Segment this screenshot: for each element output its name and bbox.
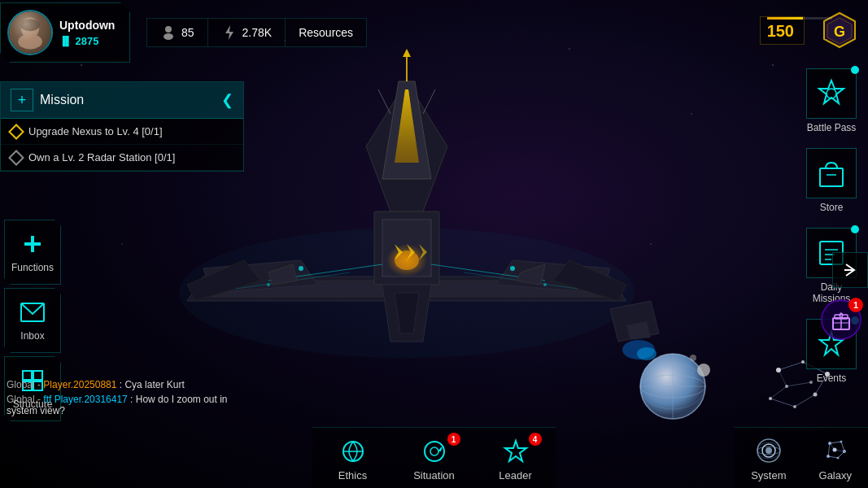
avatar <box>7 10 53 55</box>
svg-point-97 <box>425 442 444 461</box>
person-icon <box>160 24 177 41</box>
store-button[interactable]: Store <box>799 143 864 218</box>
gift-button[interactable]: 1 <box>821 299 861 340</box>
currency-hex-icon[interactable]: G <box>819 10 860 50</box>
system-button[interactable]: System <box>735 427 802 488</box>
currency-amount: 150 <box>767 22 794 41</box>
svg-line-32 <box>378 89 390 114</box>
svg-rect-59 <box>820 168 843 186</box>
svg-line-91 <box>770 399 795 407</box>
store-icon-wrap <box>806 148 857 198</box>
svg-marker-98 <box>505 441 526 461</box>
svg-point-77 <box>697 364 710 377</box>
player-level-display: ▐▌ 2875 <box>59 35 115 47</box>
events-label: Events <box>817 373 847 384</box>
svg-rect-70 <box>835 315 848 319</box>
svg-line-114 <box>828 443 830 456</box>
svg-point-78 <box>690 355 696 361</box>
right-panel: Battle Pass Store Daily Missions <box>795 57 868 395</box>
chat-text-1: : Cya later Kurt <box>116 379 184 390</box>
person-stat: 85 <box>147 19 208 46</box>
player-info: Uptodown ▐▌ 2875 <box>59 19 115 47</box>
galaxy-icon <box>819 434 852 466</box>
svg-point-103 <box>765 447 772 454</box>
stats-bar: 85 2.78K Resources <box>146 18 367 47</box>
functions-button[interactable]: Functions <box>4 220 61 285</box>
svg-line-92 <box>770 386 787 399</box>
chat-player-2: ftf Player.20316417 <box>43 394 127 405</box>
chat-line-1: Global - Player.20250881 : Cya later Kur… <box>7 379 254 390</box>
ethics-label: Ethics <box>338 469 367 481</box>
svg-line-113 <box>828 456 838 458</box>
svg-point-43 <box>33 26 36 30</box>
svg-point-39 <box>21 17 39 38</box>
player-name: Uptodown <box>59 19 115 32</box>
svg-line-111 <box>841 442 844 451</box>
svg-line-115 <box>830 443 835 450</box>
bottom-right: System Galaxy <box>735 427 868 488</box>
left-sidebar: Functions Inbox Structure <box>0 81 65 425</box>
chat-player-1: Player.20250881 <box>43 379 116 390</box>
inbox-button[interactable]: Inbox <box>4 288 61 353</box>
currency-bar: 150 G <box>760 10 868 50</box>
expand-right-button[interactable] <box>832 252 868 288</box>
resources-label: Resources <box>299 26 353 39</box>
top-bar: Uptodown ▐▌ 2875 85 2.78K Resources <box>0 0 868 65</box>
svg-text:G: G <box>834 24 845 40</box>
svg-point-42 <box>25 26 28 30</box>
battle-pass-dot <box>851 66 859 74</box>
svg-point-38 <box>9 11 51 54</box>
svg-point-45 <box>164 33 173 40</box>
svg-marker-57 <box>819 81 844 103</box>
svg-marker-46 <box>225 25 233 40</box>
svg-line-90 <box>795 394 815 407</box>
ethics-icon <box>338 437 368 466</box>
svg-point-37 <box>543 283 547 286</box>
energy-stat: 2.78K <box>208 19 286 46</box>
chat-global-2: Global - <box>7 394 43 405</box>
leader-label: Leader <box>499 469 531 481</box>
svg-line-33 <box>423 89 435 114</box>
person-value: 85 <box>181 26 194 39</box>
system-label: System <box>751 469 786 481</box>
gift-badge: 1 <box>848 298 863 312</box>
svg-point-40 <box>18 34 42 50</box>
battle-pass-button[interactable]: Battle Pass <box>799 63 864 138</box>
planet-sphere <box>632 342 713 423</box>
svg-point-34 <box>299 266 303 271</box>
level-value: 2875 <box>76 35 99 47</box>
player-card[interactable]: Uptodown ▐▌ 2875 <box>0 2 130 63</box>
svg-point-35 <box>510 266 515 271</box>
functions-label: Functions <box>11 262 54 273</box>
level-bar-icon: ▐▌ <box>59 36 72 46</box>
svg-point-36 <box>267 283 270 286</box>
chat-area: Global - Player.20250881 : Cya later Kur… <box>0 376 260 423</box>
envelope-icon <box>20 299 46 325</box>
lightning-icon <box>221 24 238 41</box>
plus-icon <box>20 231 46 257</box>
svg-point-41 <box>20 19 40 31</box>
resources-stat[interactable]: Resources <box>286 19 366 46</box>
battle-pass-label: Battle Pass <box>807 122 857 133</box>
galaxy-button[interactable]: Galaxy <box>803 427 868 488</box>
svg-point-44 <box>165 26 172 33</box>
situation-label: Situation <box>413 469 455 481</box>
inbox-label: Inbox <box>20 330 44 342</box>
situation-icon <box>420 437 449 466</box>
system-icon <box>752 434 785 466</box>
chat-global-1: Global - <box>7 379 43 390</box>
chat-line-2: Global - ftf Player.20316417 : How do I … <box>7 394 254 416</box>
battle-pass-icon-wrap <box>806 68 857 119</box>
galaxy-label: Galaxy <box>819 469 852 481</box>
daily-missions-dot <box>851 225 859 233</box>
leader-icon <box>501 437 530 466</box>
mission-collapse-button[interactable]: ❮ <box>221 91 233 109</box>
arrow-panel <box>832 252 868 288</box>
svg-line-94 <box>779 370 787 386</box>
svg-rect-51 <box>24 242 41 246</box>
svg-line-112 <box>838 451 844 458</box>
svg-line-110 <box>830 442 841 443</box>
store-label: Store <box>820 202 844 213</box>
energy-value: 2.78K <box>242 26 273 39</box>
